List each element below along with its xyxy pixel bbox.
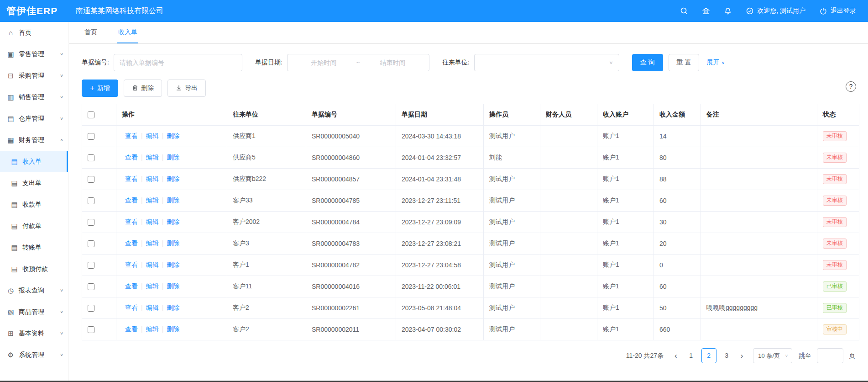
chevron-down-icon: ∨ xyxy=(785,350,788,361)
page-size-select[interactable]: 10 条/页∨ xyxy=(753,348,792,363)
tab-home[interactable]: 首页 xyxy=(84,22,98,43)
date-start-input[interactable] xyxy=(291,59,356,66)
tab-income-bill[interactable]: 收入单 xyxy=(117,22,138,43)
delete-link[interactable]: 删除 xyxy=(167,239,179,247)
view-link[interactable]: 查看 xyxy=(125,325,138,333)
delete-link[interactable]: 删除 xyxy=(167,154,179,161)
sidebar-item-retail[interactable]: ▣零售管理∨ xyxy=(0,43,68,65)
sidebar-subitem-advance-receipt[interactable]: ▤收预付款 xyxy=(0,258,68,280)
document-icon: ▤ xyxy=(10,265,18,273)
action-separator: | xyxy=(162,239,164,247)
view-link[interactable]: 查看 xyxy=(125,218,138,225)
delete-link[interactable]: 删除 xyxy=(167,261,179,268)
edit-link[interactable]: 编辑 xyxy=(146,132,159,139)
view-link[interactable]: 查看 xyxy=(125,282,138,290)
cell-date: 2023-04-07 00:30:02 xyxy=(396,319,484,340)
bill-no-input[interactable] xyxy=(114,54,242,71)
action-separator: | xyxy=(162,132,164,139)
row-checkbox[interactable] xyxy=(88,154,94,161)
sidebar-subitem-payment-bill[interactable]: ▤付款单 xyxy=(0,215,68,237)
edit-link[interactable]: 编辑 xyxy=(146,196,159,204)
edit-link[interactable]: 编辑 xyxy=(146,261,159,268)
select-all-checkbox[interactable] xyxy=(88,111,94,118)
welcome-user[interactable]: 欢迎您, 测试用户 xyxy=(746,7,805,15)
view-link[interactable]: 查看 xyxy=(125,261,138,268)
trash-icon xyxy=(132,85,138,92)
date-end-input[interactable] xyxy=(360,59,425,66)
row-checkbox[interactable] xyxy=(88,133,94,140)
sidebar-item-home[interactable]: ⌂首页 xyxy=(0,22,68,43)
add-button[interactable]: + 新增 xyxy=(82,80,118,97)
sidebar-item-report[interactable]: ◷报表查询∨ xyxy=(0,280,68,301)
row-actions-cell: 查看|编辑|删除 xyxy=(116,126,227,147)
row-checkbox[interactable] xyxy=(88,219,94,226)
sidebar-item-basic[interactable]: ⊞基本资料∨ xyxy=(0,323,68,344)
chevron-down-icon: ∨ xyxy=(60,74,63,78)
edit-link[interactable]: 编辑 xyxy=(146,304,159,311)
sidebar-item-label: 系统管理 xyxy=(19,351,44,359)
table-row: 查看|编辑|删除客户1SR000000047822023-12-27 23:04… xyxy=(82,255,859,276)
view-link[interactable]: 查看 xyxy=(125,132,138,139)
logout-text: 退出登录 xyxy=(831,7,856,15)
view-link[interactable]: 查看 xyxy=(125,196,138,204)
sidebar-item-finance[interactable]: ▦财务管理∧ xyxy=(0,129,68,151)
row-checkbox[interactable] xyxy=(88,305,94,312)
sidebar-item-sales[interactable]: ▥销售管理∨ xyxy=(0,86,68,108)
sidebar-item-label: 基本资料 xyxy=(19,329,44,338)
cell-amount: 60 xyxy=(654,190,701,212)
delete-link[interactable]: 删除 xyxy=(167,132,179,139)
row-checkbox[interactable] xyxy=(88,197,94,204)
edit-link[interactable]: 编辑 xyxy=(146,325,159,333)
search-button[interactable]: 查 询 xyxy=(632,54,663,71)
cell-amount: 50 xyxy=(654,297,701,319)
page-button-3[interactable]: 3 xyxy=(719,348,734,363)
delete-link[interactable]: 删除 xyxy=(167,196,179,204)
table-row: 查看|编辑|删除客户11SR000000040162023-11-22 00:0… xyxy=(82,276,859,297)
help-icon[interactable]: ? xyxy=(846,81,856,92)
view-link[interactable]: 查看 xyxy=(125,154,138,161)
delete-link[interactable]: 删除 xyxy=(167,218,179,225)
sidebar-subitem-expense-bill[interactable]: ▤支出单 xyxy=(0,172,68,194)
header-actions: 欢迎您, 测试用户 退出登录 xyxy=(680,7,868,15)
date-range-picker[interactable]: ~ xyxy=(287,54,429,71)
delete-link[interactable]: 删除 xyxy=(167,282,179,290)
edit-link[interactable]: 编辑 xyxy=(146,154,159,161)
page-button-1[interactable]: 1 xyxy=(684,348,699,363)
reset-button[interactable]: 重 置 xyxy=(669,54,700,71)
sidebar-item-purchase[interactable]: ⊟采购管理∨ xyxy=(0,65,68,86)
sidebar-subitem-income-bill[interactable]: ▤收入单 xyxy=(0,151,68,172)
page-button-2[interactable]: 2 xyxy=(701,348,716,363)
unit-select[interactable]: ∨ xyxy=(474,54,619,71)
sidebar-item-warehouse[interactable]: ▤仓库管理∨ xyxy=(0,108,68,129)
row-checkbox[interactable] xyxy=(88,262,94,269)
bank-icon[interactable] xyxy=(702,7,710,15)
sidebar-item-system[interactable]: ⚙系统管理∨ xyxy=(0,344,68,366)
next-page-button[interactable]: › xyxy=(737,351,747,361)
view-link[interactable]: 查看 xyxy=(125,239,138,247)
delete-link[interactable]: 删除 xyxy=(167,304,179,311)
export-button[interactable]: 导出 xyxy=(167,80,206,97)
logout-button[interactable]: 退出登录 xyxy=(819,7,856,15)
view-link[interactable]: 查看 xyxy=(125,304,138,311)
prev-page-button[interactable]: ‹ xyxy=(671,351,681,361)
bell-icon[interactable] xyxy=(724,7,732,15)
edit-link[interactable]: 编辑 xyxy=(146,239,159,247)
jump-to-input[interactable] xyxy=(817,348,843,363)
row-checkbox[interactable] xyxy=(88,326,94,333)
delete-button[interactable]: 删除 xyxy=(124,80,162,97)
row-checkbox[interactable] xyxy=(88,283,94,290)
view-link[interactable]: 查看 xyxy=(125,175,138,182)
edit-link[interactable]: 编辑 xyxy=(146,218,159,225)
row-checkbox[interactable] xyxy=(88,176,94,183)
sidebar-subitem-transfer-bill[interactable]: ▤转账单 xyxy=(0,237,68,258)
column-header-finance-staff: 财务人员 xyxy=(540,104,597,126)
edit-link[interactable]: 编辑 xyxy=(146,282,159,290)
edit-link[interactable]: 编辑 xyxy=(146,175,159,182)
search-icon[interactable] xyxy=(680,7,688,15)
sidebar-item-product[interactable]: ▧商品管理∨ xyxy=(0,301,68,323)
expand-link[interactable]: 展开 ∨ xyxy=(706,58,725,67)
delete-link[interactable]: 删除 xyxy=(167,175,179,182)
sidebar-subitem-receipt-bill[interactable]: ▤收款单 xyxy=(0,194,68,215)
row-checkbox[interactable] xyxy=(88,240,94,247)
delete-link[interactable]: 删除 xyxy=(167,325,179,333)
